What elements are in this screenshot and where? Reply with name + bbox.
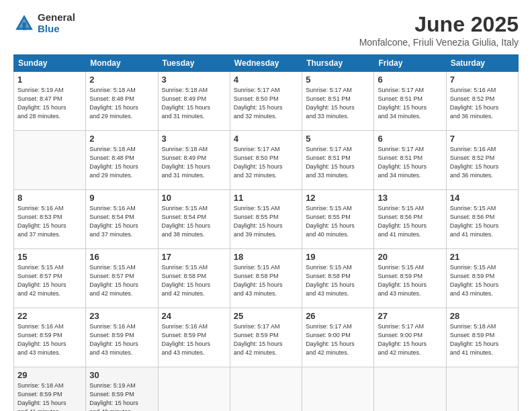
calendar-day-cell: 13Sunrise: 5:15 AM Sunset: 8:56 PM Dayli…	[374, 190, 446, 249]
calendar-day-cell: 6Sunrise: 5:17 AM Sunset: 8:51 PM Daylig…	[374, 131, 446, 190]
calendar-day-cell: 20Sunrise: 5:15 AM Sunset: 8:59 PM Dayli…	[374, 249, 446, 308]
day-info: Sunrise: 5:15 AM Sunset: 8:58 PM Dayligh…	[306, 263, 370, 298]
col-sunday: Sunday	[14, 55, 86, 72]
col-saturday: Saturday	[446, 55, 518, 72]
day-number: 16	[89, 252, 154, 262]
day-info: Sunrise: 5:19 AM Sunset: 8:47 PM Dayligh…	[17, 86, 82, 121]
day-info: Sunrise: 5:15 AM Sunset: 8:59 PM Dayligh…	[450, 263, 515, 298]
calendar-week-row: 15Sunrise: 5:15 AM Sunset: 8:57 PM Dayli…	[14, 249, 519, 308]
day-info: Sunrise: 5:18 AM Sunset: 8:49 PM Dayligh…	[162, 145, 226, 180]
day-number: 30	[89, 370, 154, 380]
col-wednesday: Wednesday	[230, 55, 302, 72]
calendar-week-row: 22Sunrise: 5:16 AM Sunset: 8:59 PM Dayli…	[14, 308, 519, 367]
calendar-week-row: 8Sunrise: 5:16 AM Sunset: 8:53 PM Daylig…	[14, 190, 519, 249]
day-info: Sunrise: 5:18 AM Sunset: 8:48 PM Dayligh…	[89, 145, 154, 180]
day-number: 15	[17, 252, 82, 262]
day-number: 27	[378, 311, 442, 321]
day-number: 8	[17, 193, 82, 203]
day-number: 4	[234, 134, 298, 144]
header-row: Sunday Monday Tuesday Wednesday Thursday…	[14, 55, 519, 72]
day-number: 12	[306, 193, 370, 203]
day-number: 10	[162, 193, 226, 203]
day-number: 2	[89, 75, 154, 85]
day-number: 26	[306, 311, 370, 321]
calendar-day-cell	[374, 367, 446, 412]
day-info: Sunrise: 5:17 AM Sunset: 8:50 PM Dayligh…	[234, 86, 298, 121]
day-info: Sunrise: 5:15 AM Sunset: 8:58 PM Dayligh…	[162, 263, 226, 298]
day-info: Sunrise: 5:17 AM Sunset: 8:59 PM Dayligh…	[234, 322, 298, 357]
day-info: Sunrise: 5:16 AM Sunset: 8:59 PM Dayligh…	[17, 322, 82, 357]
calendar-day-cell: 5Sunrise: 5:17 AM Sunset: 8:51 PM Daylig…	[302, 72, 374, 131]
calendar-day-cell: 16Sunrise: 5:15 AM Sunset: 8:57 PM Dayli…	[86, 249, 158, 308]
calendar-day-cell: 3Sunrise: 5:18 AM Sunset: 8:49 PM Daylig…	[158, 131, 230, 190]
day-info: Sunrise: 5:15 AM Sunset: 8:55 PM Dayligh…	[306, 204, 370, 239]
col-monday: Monday	[86, 55, 158, 72]
day-number: 18	[234, 252, 298, 262]
day-info: Sunrise: 5:15 AM Sunset: 8:57 PM Dayligh…	[89, 263, 154, 298]
day-info: Sunrise: 5:16 AM Sunset: 8:59 PM Dayligh…	[162, 322, 226, 357]
calendar-day-cell: 7Sunrise: 5:16 AM Sunset: 8:52 PM Daylig…	[446, 131, 518, 190]
day-info: Sunrise: 5:16 AM Sunset: 8:52 PM Dayligh…	[450, 86, 515, 121]
day-info: Sunrise: 5:15 AM Sunset: 8:56 PM Dayligh…	[450, 204, 515, 239]
calendar-day-cell	[302, 367, 374, 412]
day-number: 3	[162, 134, 226, 144]
day-info: Sunrise: 5:19 AM Sunset: 8:59 PM Dayligh…	[89, 381, 154, 411]
day-number: 6	[378, 75, 442, 85]
calendar-day-cell: 1Sunrise: 5:19 AM Sunset: 8:47 PM Daylig…	[14, 72, 86, 131]
calendar-day-cell: 10Sunrise: 5:15 AM Sunset: 8:54 PM Dayli…	[158, 190, 230, 249]
calendar-day-cell: 3Sunrise: 5:18 AM Sunset: 8:49 PM Daylig…	[158, 72, 230, 131]
day-number: 22	[17, 311, 82, 321]
calendar-title: June 2025	[359, 12, 519, 37]
col-tuesday: Tuesday	[158, 55, 230, 72]
day-number: 6	[378, 134, 442, 144]
calendar-subtitle: Monfalcone, Friuli Venezia Giulia, Italy	[359, 37, 519, 48]
calendar-day-cell: 21Sunrise: 5:15 AM Sunset: 8:59 PM Dayli…	[446, 249, 518, 308]
day-info: Sunrise: 5:16 AM Sunset: 8:59 PM Dayligh…	[89, 322, 154, 357]
calendar-week-row: 2Sunrise: 5:18 AM Sunset: 8:48 PM Daylig…	[14, 131, 519, 190]
day-number: 14	[450, 193, 515, 203]
day-info: Sunrise: 5:15 AM Sunset: 8:56 PM Dayligh…	[378, 204, 442, 239]
day-number: 5	[306, 134, 370, 144]
calendar-day-cell: 26Sunrise: 5:17 AM Sunset: 9:00 PM Dayli…	[302, 308, 374, 367]
day-info: Sunrise: 5:18 AM Sunset: 8:59 PM Dayligh…	[17, 381, 82, 411]
calendar-day-cell: 19Sunrise: 5:15 AM Sunset: 8:58 PM Dayli…	[302, 249, 374, 308]
day-info: Sunrise: 5:17 AM Sunset: 9:00 PM Dayligh…	[306, 322, 370, 357]
day-info: Sunrise: 5:15 AM Sunset: 8:58 PM Dayligh…	[234, 263, 298, 298]
calendar-day-cell: 23Sunrise: 5:16 AM Sunset: 8:59 PM Dayli…	[86, 308, 158, 367]
calendar-table: Sunday Monday Tuesday Wednesday Thursday…	[13, 54, 519, 411]
calendar-day-cell: 5Sunrise: 5:17 AM Sunset: 8:51 PM Daylig…	[302, 131, 374, 190]
col-thursday: Thursday	[302, 55, 374, 72]
calendar-day-cell: 24Sunrise: 5:16 AM Sunset: 8:59 PM Dayli…	[158, 308, 230, 367]
day-number: 23	[89, 311, 154, 321]
logo: General Blue	[13, 12, 75, 34]
title-block: June 2025 Monfalcone, Friuli Venezia Giu…	[359, 12, 519, 48]
calendar-day-cell: 30Sunrise: 5:19 AM Sunset: 8:59 PM Dayli…	[86, 367, 158, 412]
calendar-day-cell: 7Sunrise: 5:16 AM Sunset: 8:52 PM Daylig…	[446, 72, 518, 131]
day-number: 25	[234, 311, 298, 321]
svg-rect-2	[23, 22, 26, 30]
calendar-day-cell: 2Sunrise: 5:18 AM Sunset: 8:48 PM Daylig…	[86, 131, 158, 190]
calendar-day-cell: 28Sunrise: 5:18 AM Sunset: 8:59 PM Dayli…	[446, 308, 518, 367]
day-number: 29	[17, 370, 82, 380]
day-number: 13	[378, 193, 442, 203]
calendar-day-cell: 14Sunrise: 5:15 AM Sunset: 8:56 PM Dayli…	[446, 190, 518, 249]
calendar-day-cell: 17Sunrise: 5:15 AM Sunset: 8:58 PM Dayli…	[158, 249, 230, 308]
day-info: Sunrise: 5:15 AM Sunset: 8:55 PM Dayligh…	[234, 204, 298, 239]
day-number: 24	[162, 311, 226, 321]
calendar-day-cell: 6Sunrise: 5:17 AM Sunset: 8:51 PM Daylig…	[374, 72, 446, 131]
day-info: Sunrise: 5:18 AM Sunset: 8:48 PM Dayligh…	[89, 86, 154, 121]
day-number: 9	[89, 193, 154, 203]
calendar-day-cell: 8Sunrise: 5:16 AM Sunset: 8:53 PM Daylig…	[14, 190, 86, 249]
calendar-week-row: 29Sunrise: 5:18 AM Sunset: 8:59 PM Dayli…	[14, 367, 519, 412]
col-friday: Friday	[374, 55, 446, 72]
calendar-day-cell	[230, 367, 302, 412]
calendar-day-cell: 22Sunrise: 5:16 AM Sunset: 8:59 PM Dayli…	[14, 308, 86, 367]
logo-general-label: General	[38, 12, 75, 24]
header: General Blue June 2025 Monfalcone, Friul…	[13, 12, 519, 48]
calendar-day-cell: 27Sunrise: 5:17 AM Sunset: 9:00 PM Dayli…	[374, 308, 446, 367]
calendar-day-cell: 9Sunrise: 5:16 AM Sunset: 8:54 PM Daylig…	[86, 190, 158, 249]
calendar-week-row: 1Sunrise: 5:19 AM Sunset: 8:47 PM Daylig…	[14, 72, 519, 131]
day-number: 20	[378, 252, 442, 262]
calendar-day-cell: 29Sunrise: 5:18 AM Sunset: 8:59 PM Dayli…	[14, 367, 86, 412]
day-info: Sunrise: 5:17 AM Sunset: 8:50 PM Dayligh…	[234, 145, 298, 180]
